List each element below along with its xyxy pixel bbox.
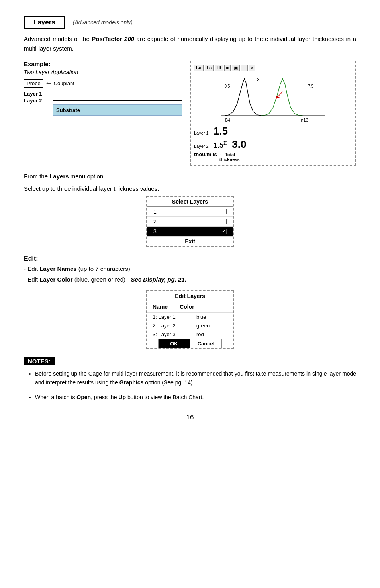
edit-item-color: - Edit Layer Color (blue, green or red) … bbox=[24, 275, 356, 284]
row-2-number: 2 bbox=[153, 218, 157, 225]
select-up-text: Select up to three individual layer thic… bbox=[24, 185, 356, 192]
edit-layers-dialog: Edit Layers Name Color 1: Layer 1 blue 2… bbox=[146, 290, 234, 349]
substrate-block: Substrate bbox=[53, 104, 182, 116]
notes-item-2: When a batch is Open, press the Up butto… bbox=[35, 393, 356, 402]
select-layers-dialog: Select Layers 1 2 3 ✓ Exit bbox=[146, 196, 234, 247]
edit-layer-row-2: 2: Layer 2 green bbox=[147, 321, 233, 330]
col-color: Color bbox=[180, 304, 194, 310]
svg-text:0.5: 0.5 bbox=[225, 84, 230, 88]
edit-layer-row-1: 1: Layer 1 blue bbox=[147, 313, 233, 321]
edit-row3-color: red bbox=[196, 331, 227, 337]
cancel-button[interactable]: Cancel bbox=[190, 339, 222, 348]
layers-title-box: Layers bbox=[24, 16, 65, 29]
edit-row2-color: green bbox=[196, 323, 227, 329]
row-1-number: 1 bbox=[153, 208, 157, 215]
header-row: Layers (Advanced models only) bbox=[24, 16, 356, 29]
intro-text: Advanced models of the PosiTector 200 ar… bbox=[24, 34, 356, 53]
layer1-label: Layer 1 bbox=[24, 91, 53, 97]
layer2-readout-label: Layer 2 bbox=[194, 144, 209, 149]
select-row-3: 3 ✓ bbox=[147, 227, 233, 237]
toolbar-btn-lo: Lo bbox=[205, 65, 214, 71]
toolbar-btn-grid: ▣ bbox=[232, 65, 240, 71]
dialog-exit-btn[interactable]: Exit bbox=[147, 237, 233, 246]
row-3-checkbox: ✓ bbox=[221, 229, 227, 234]
layer1-readout-label: Layer 1 bbox=[194, 131, 209, 135]
row-3-number: 3 bbox=[153, 228, 157, 235]
two-layer-label: Two Layer Application bbox=[24, 69, 182, 75]
example-left: Example: Two Layer Application Probe ← C… bbox=[24, 61, 182, 166]
svg-text:3.0: 3.0 bbox=[257, 78, 263, 82]
readout-1-5: 1.5 bbox=[214, 125, 228, 137]
edit-row3-name: 3: Layer 3 bbox=[153, 331, 184, 337]
example-label: Example: bbox=[24, 61, 182, 67]
edit-item-names: - Edit Layer Names (up to 7 characters) bbox=[24, 265, 356, 274]
notes-item-1: Before setting up the Gage for multi-lay… bbox=[35, 369, 356, 387]
toolbar-btn-menu: ≡ bbox=[241, 65, 247, 71]
select-row-2: 2 bbox=[147, 217, 233, 227]
layer2-label: Layer 2 bbox=[24, 98, 53, 104]
probe-couplant-area: Probe ← Couplant bbox=[24, 79, 182, 88]
edit-list: - Edit Layer Names (up to 7 characters) … bbox=[24, 265, 356, 284]
edit-layers-header: Name Color bbox=[147, 301, 233, 313]
toolbar-btn-hi: Hi bbox=[215, 65, 223, 71]
layer-stack: Layer 1 Layer 2 Substrate bbox=[24, 91, 182, 116]
col-name: Name bbox=[153, 304, 168, 310]
device-toolbar: I◄ Lo Hi ■ ▣ ≡ × bbox=[194, 65, 352, 73]
diagram-container: Probe ← Couplant Layer 1 Layer 2 Substra… bbox=[24, 79, 182, 116]
select-row-1: 1 bbox=[147, 207, 233, 217]
svg-text:7.5: 7.5 bbox=[308, 84, 314, 88]
device-graph: 0.5 3.0 7.5 B4 n bbox=[194, 76, 352, 123]
probe-box: Probe bbox=[24, 79, 43, 88]
layer2-line bbox=[53, 100, 182, 101]
layer2-row: Layer 2 bbox=[24, 98, 182, 104]
unit-label: thou/mils bbox=[194, 151, 217, 157]
layers-bold: Layers bbox=[49, 173, 69, 180]
edit-layers-buttons: OK Cancel bbox=[147, 339, 233, 348]
row-2-checkbox bbox=[221, 219, 227, 224]
device-readout: Layer 1 1.5 Layer 2 1.5Σ 3.0 thou/mils ←… bbox=[194, 125, 352, 162]
see-display-italic: See Display, pg. 21. bbox=[131, 276, 186, 283]
ok-button[interactable]: OK bbox=[158, 339, 190, 348]
readout-3-0: 3.0 bbox=[232, 138, 246, 150]
edit-layer-row-3: 3: Layer 3 red bbox=[147, 330, 233, 339]
advanced-note: (Advanced models only) bbox=[73, 19, 133, 25]
device-screen: I◄ Lo Hi ■ ▣ ≡ × 0.5 3.0 7.5 bbox=[190, 61, 356, 166]
total-label: ← Totalthickness bbox=[219, 152, 240, 162]
toolbar-btn-close: × bbox=[249, 65, 255, 71]
svg-text:n13: n13 bbox=[301, 118, 308, 122]
example-diagram-row: Example: Two Layer Application Probe ← C… bbox=[24, 61, 356, 166]
readout-1-5e: 1.5Σ bbox=[214, 141, 227, 149]
layer-color-bold: Layer Color bbox=[39, 276, 72, 283]
layer1-row: Layer 1 bbox=[24, 91, 182, 97]
edit-row1-name: 1: Layer 1 bbox=[153, 314, 184, 320]
edit-row2-name: 2: Layer 2 bbox=[153, 323, 184, 329]
edit-row1-color: blue bbox=[196, 314, 227, 320]
notes-label: NOTES: bbox=[24, 357, 55, 365]
couplant-label: Couplant bbox=[54, 80, 74, 86]
svg-text:B4: B4 bbox=[225, 118, 231, 122]
select-layers-title: Select Layers bbox=[147, 197, 233, 207]
toolbar-btn-prev: I◄ bbox=[194, 65, 204, 71]
notes-list: Before setting up the Gage for multi-lay… bbox=[24, 369, 356, 402]
graph-svg: 0.5 3.0 7.5 B4 n bbox=[194, 76, 352, 123]
page-number: 16 bbox=[24, 414, 356, 421]
layer1-line bbox=[53, 94, 182, 94]
edit-section-title: Edit: bbox=[24, 255, 356, 262]
row-1-checkbox bbox=[221, 209, 227, 214]
layer-names-bold: Layer Names bbox=[39, 265, 76, 272]
edit-layers-title: Edit Layers bbox=[147, 291, 233, 301]
toolbar-btn-block: ■ bbox=[224, 65, 231, 71]
notes-section: NOTES: Before setting up the Gage for mu… bbox=[24, 357, 356, 402]
from-layers-text: From the Layers menu option... bbox=[24, 173, 356, 180]
